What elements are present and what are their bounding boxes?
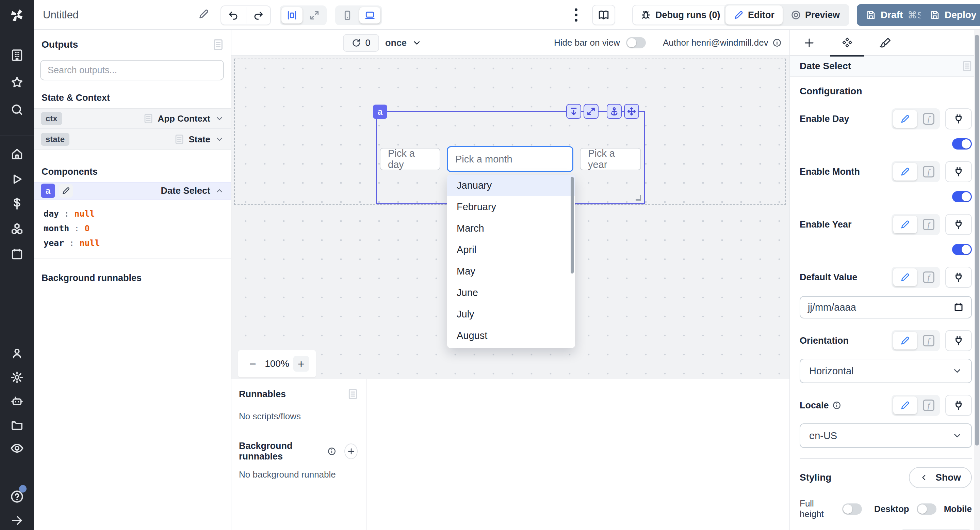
outputs-search[interactable] (40, 60, 224, 80)
connect-input-button[interactable] (945, 161, 972, 182)
workspace-icon[interactable] (0, 46, 34, 65)
component-a-row[interactable]: a Date Select (34, 182, 231, 200)
outputs-doc-icon[interactable] (213, 39, 223, 50)
month-option[interactable]: March (447, 218, 575, 239)
add-background-runnable-button[interactable] (344, 444, 358, 459)
connect-input-button[interactable] (945, 214, 972, 235)
scrollbar-thumb[interactable] (975, 35, 979, 445)
settings-icon[interactable] (0, 368, 34, 387)
tab-insert-component[interactable] (790, 30, 828, 56)
fullsize-icon[interactable] (584, 104, 598, 119)
connect-input-button[interactable] (945, 395, 972, 416)
schedule-mode-select[interactable]: once (385, 34, 422, 52)
refresh-count-button[interactable]: 0 (343, 34, 379, 52)
static-editor-button[interactable] (893, 163, 917, 180)
month-option[interactable]: June (447, 282, 575, 303)
month-option[interactable]: May (447, 260, 575, 282)
orientation-select[interactable]: Horizontal (800, 359, 972, 383)
users-icon[interactable] (0, 344, 34, 363)
deploy-button[interactable]: Deploy (921, 4, 980, 26)
expression-editor-button[interactable]: f (919, 268, 938, 286)
enable-month-toggle[interactable] (952, 191, 972, 202)
connect-input-button[interactable] (945, 108, 972, 129)
zoom-out-button[interactable]: − (245, 356, 261, 372)
tab-component-settings[interactable] (828, 30, 866, 56)
help-icon[interactable] (0, 487, 34, 506)
chevron-up-icon[interactable] (215, 186, 224, 195)
ai-assistant-icon[interactable] (0, 392, 34, 411)
month-option[interactable]: August (447, 325, 575, 346)
window-scrollbar[interactable] (974, 30, 980, 530)
output-day[interactable]: day : null (43, 206, 231, 221)
calendar-icon[interactable] (953, 302, 964, 312)
editor-tab[interactable]: Editor (725, 5, 783, 24)
month-option[interactable]: July (447, 303, 575, 325)
undo-button[interactable] (221, 7, 246, 24)
month-input[interactable]: Pick a month (447, 146, 573, 172)
chevron-down-icon[interactable] (215, 114, 224, 123)
more-menu-button[interactable] (571, 8, 581, 22)
static-editor-button[interactable] (893, 332, 917, 350)
static-editor-button[interactable] (893, 396, 917, 414)
variables-icon[interactable] (0, 194, 34, 213)
static-editor-button[interactable] (893, 110, 917, 128)
runs-icon[interactable] (0, 170, 34, 189)
enable-day-toggle[interactable] (952, 138, 972, 150)
rename-component-icon[interactable] (59, 184, 73, 198)
hide-bar-toggle[interactable] (626, 37, 646, 48)
month-option[interactable]: April (447, 239, 575, 260)
chevron-down-icon[interactable] (215, 135, 224, 144)
info-icon[interactable] (772, 38, 782, 47)
preview-tab[interactable]: Preview (783, 5, 848, 24)
centered-layout-button[interactable] (282, 7, 302, 24)
tab-global-styling[interactable] (866, 30, 904, 56)
runnables-doc-icon[interactable] (348, 389, 358, 399)
zoom-in-button[interactable]: + (293, 356, 309, 372)
rename-app-icon[interactable] (198, 8, 210, 20)
expand-down-icon[interactable] (566, 104, 581, 119)
year-input[interactable]: Pick a year (580, 148, 641, 170)
mobile-view-button[interactable] (337, 7, 358, 24)
home-icon[interactable] (0, 144, 34, 163)
debug-runs-button[interactable]: Debug runs (0) (632, 5, 729, 25)
fullscreen-layout-button[interactable] (304, 7, 325, 24)
search-outputs-input[interactable] (48, 65, 216, 76)
expression-editor-button[interactable]: f (919, 110, 938, 128)
default-value-date-input[interactable]: jj/mm/aaaa (800, 296, 972, 318)
static-editor-button[interactable] (893, 268, 917, 286)
ctx-row[interactable]: ctx App Context (34, 108, 231, 129)
expression-editor-button[interactable]: f (919, 163, 938, 180)
static-editor-button[interactable] (893, 216, 917, 233)
state-row[interactable]: state State (34, 129, 231, 150)
dropdown-scrollbar[interactable] (571, 177, 574, 273)
resources-icon[interactable] (0, 219, 34, 238)
connect-input-button[interactable] (945, 267, 972, 288)
schedules-icon[interactable] (0, 244, 34, 263)
settings-doc-icon[interactable] (962, 61, 972, 72)
info-icon[interactable] (327, 447, 336, 456)
info-icon[interactable] (832, 401, 841, 410)
expression-editor-button[interactable]: f (919, 216, 938, 233)
full-height-toggle[interactable] (842, 503, 862, 515)
locale-select[interactable]: en-US (800, 423, 972, 448)
expression-editor-button[interactable]: f (919, 332, 938, 350)
day-input[interactable]: Pick a day (380, 148, 440, 170)
desktop-toggle[interactable] (917, 503, 937, 515)
month-option[interactable]: January (447, 175, 575, 196)
docs-button[interactable] (592, 5, 615, 25)
move-icon[interactable] (624, 104, 639, 119)
output-year[interactable]: year : null (43, 236, 231, 251)
expression-editor-button[interactable]: f (919, 396, 938, 414)
desktop-view-button[interactable] (360, 7, 380, 24)
audit-logs-icon[interactable] (0, 439, 34, 458)
show-styling-button[interactable]: Show (909, 467, 972, 488)
collapse-rail-icon[interactable] (0, 511, 34, 530)
connect-input-button[interactable] (945, 330, 972, 351)
favorites-icon[interactable] (0, 73, 34, 92)
windmill-logo[interactable] (0, 0, 34, 30)
resize-handle[interactable] (636, 195, 641, 201)
enable-year-toggle[interactable] (952, 244, 972, 255)
redo-button[interactable] (246, 7, 270, 24)
app-canvas[interactable]: a Pick a da (231, 56, 789, 379)
search-icon[interactable] (0, 100, 34, 119)
